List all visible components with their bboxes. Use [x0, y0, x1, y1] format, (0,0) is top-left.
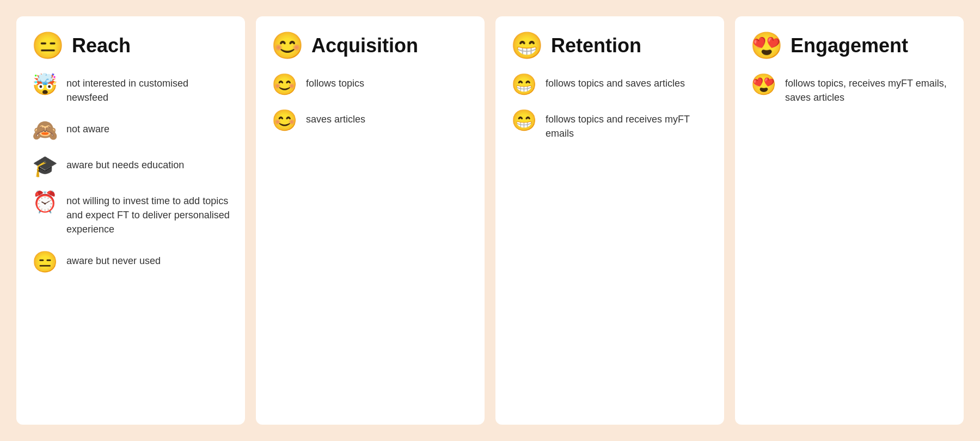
card-items-engagement: 😍follows topics, receives myFT emails, s… — [750, 74, 948, 105]
item-emoji-retention-1: 😁 — [511, 110, 537, 131]
item-emoji-reach-1: 🙈 — [32, 120, 58, 140]
card-header-emoji-acquisition: 😊 — [271, 33, 304, 59]
card-header-reach: 😑Reach — [32, 33, 230, 59]
item-emoji-reach-3: ⏰ — [32, 192, 58, 212]
item-text-acquisition-0: follows topics — [306, 74, 364, 90]
item-text-reach-4: aware but never used — [66, 252, 161, 268]
card-item-retention-1: 😁follows topics and receives myFT emails — [511, 110, 709, 140]
item-emoji-reach-4: 😑 — [32, 252, 58, 272]
card-title-reach: Reach — [72, 34, 131, 57]
card-items-reach: 🤯not interested in customised newsfeed🙈n… — [32, 74, 230, 272]
item-emoji-retention-0: 😁 — [511, 74, 537, 95]
card-header-emoji-engagement: 😍 — [750, 33, 783, 59]
item-text-reach-3: not willing to invest time to add topics… — [66, 192, 230, 236]
card-item-acquisition-0: 😊follows topics — [271, 74, 469, 95]
item-text-retention-0: follows topics and saves articles — [546, 74, 685, 90]
card-retention: 😁Retention😁follows topics and saves arti… — [495, 16, 724, 425]
card-item-reach-4: 😑aware but never used — [32, 252, 230, 272]
card-item-reach-1: 🙈not aware — [32, 120, 230, 140]
card-reach: 😑Reach🤯not interested in customised news… — [16, 16, 245, 425]
item-emoji-acquisition-1: 😊 — [271, 110, 297, 131]
card-header-acquisition: 😊Acquisition — [271, 33, 469, 59]
card-items-retention: 😁follows topics and saves articles😁follo… — [511, 74, 709, 140]
card-engagement: 😍Engagement😍follows topics, receives myF… — [735, 16, 964, 425]
card-header-retention: 😁Retention — [511, 33, 709, 59]
item-text-engagement-0: follows topics, receives myFT emails, sa… — [785, 74, 948, 105]
card-items-acquisition: 😊follows topics😊saves articles — [271, 74, 469, 131]
card-header-emoji-reach: 😑 — [32, 33, 64, 59]
card-header-engagement: 😍Engagement — [750, 33, 948, 59]
item-emoji-reach-0: 🤯 — [32, 74, 58, 95]
card-item-retention-0: 😁follows topics and saves articles — [511, 74, 709, 95]
card-title-acquisition: Acquisition — [311, 34, 418, 57]
item-text-reach-2: aware but needs education — [66, 156, 184, 172]
card-item-reach-0: 🤯not interested in customised newsfeed — [32, 74, 230, 105]
card-item-engagement-0: 😍follows topics, receives myFT emails, s… — [750, 74, 948, 105]
card-acquisition: 😊Acquisition😊follows topics😊saves articl… — [256, 16, 485, 425]
card-item-reach-2: 🎓aware but needs education — [32, 156, 230, 176]
card-title-engagement: Engagement — [791, 34, 908, 57]
item-emoji-reach-2: 🎓 — [32, 156, 58, 176]
card-title-retention: Retention — [551, 34, 641, 57]
item-text-reach-0: not interested in customised newsfeed — [66, 74, 230, 105]
item-emoji-acquisition-0: 😊 — [271, 74, 297, 95]
card-header-emoji-retention: 😁 — [511, 33, 543, 59]
item-emoji-engagement-0: 😍 — [750, 74, 776, 95]
main-grid: 😑Reach🤯not interested in customised news… — [16, 16, 964, 425]
card-item-acquisition-1: 😊saves articles — [271, 110, 469, 131]
item-text-reach-1: not aware — [66, 120, 109, 136]
item-text-acquisition-1: saves articles — [306, 110, 365, 126]
item-text-retention-1: follows topics and receives myFT emails — [546, 110, 709, 140]
card-item-reach-3: ⏰not willing to invest time to add topic… — [32, 192, 230, 236]
